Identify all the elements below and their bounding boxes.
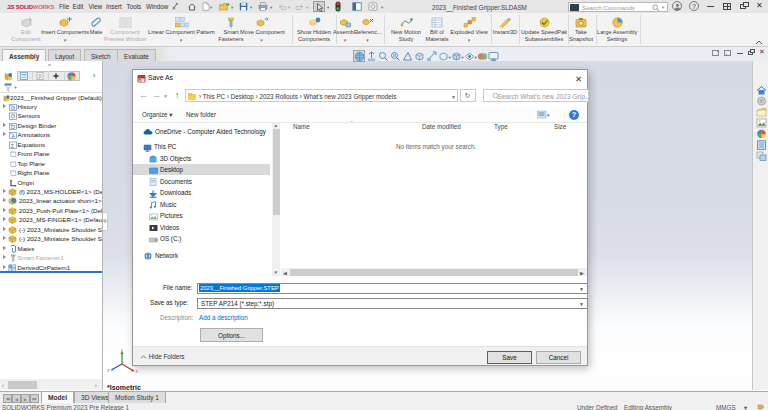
svg-text:z: z [107,368,110,373]
svg-text:▾: ▾ [547,112,550,118]
svg-text:Σ: Σ [10,142,14,148]
svg-text:x: x [136,369,139,374]
svg-text:y: y [121,348,124,353]
